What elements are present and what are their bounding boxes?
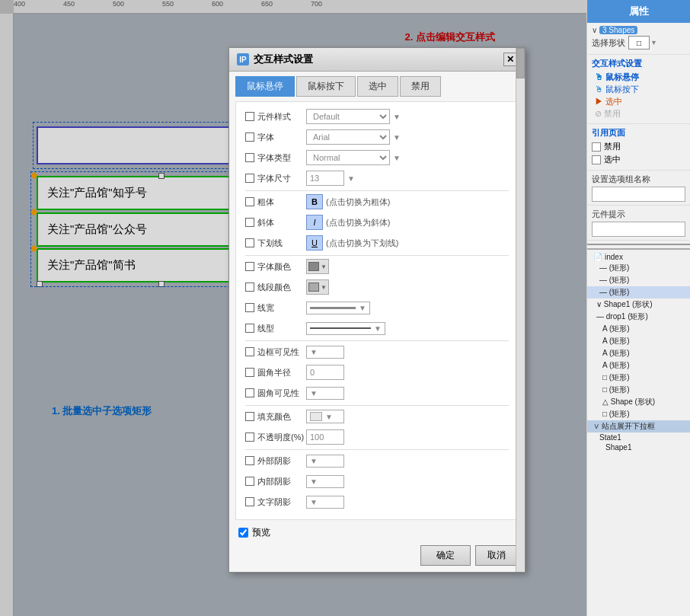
cancel-button[interactable]: 取消 — [475, 545, 517, 566]
tree-item-a-rect-4[interactable]: A (矩形) — [587, 359, 690, 372]
panel-divider — [587, 244, 690, 245]
fill-color-selector[interactable]: ▼ — [306, 410, 344, 423]
element-hint-input[interactable] — [592, 222, 685, 237]
italic-button[interactable]: I — [306, 215, 323, 230]
chk-font-type[interactable] — [245, 153, 254, 162]
preview-label: 预览 — [252, 526, 270, 539]
input-corner-radius[interactable] — [306, 365, 344, 380]
input-opacity[interactable] — [306, 429, 344, 445]
inner-shadow-selector[interactable]: ▼ — [306, 475, 344, 488]
chk-outer-shadow[interactable] — [245, 456, 254, 465]
chk-opacity[interactable] — [245, 432, 254, 442]
field-italic: 斜体 I (点击切换为斜体) — [245, 214, 509, 231]
preview-row: 预览 — [229, 525, 525, 541]
border-visible-selector[interactable]: ▼ — [306, 346, 344, 359]
underline-hint: (点击切换为下划线) — [326, 238, 398, 249]
chk-italic[interactable] — [245, 218, 254, 227]
quote-page-section: 引用页面 禁用 选中 — [587, 124, 690, 171]
input-font-size[interactable] — [306, 171, 344, 186]
line-color-button[interactable]: ▼ — [306, 279, 329, 295]
select-font[interactable]: Arial — [306, 129, 390, 145]
select-shape-label: 选择形状 — [592, 37, 625, 49]
tree-item-shape1[interactable]: ∨ Shape1 (形状) — [587, 298, 690, 311]
tab-mouse-click[interactable]: 鼠标按下 — [296, 76, 356, 97]
field-line-type: 线型 ▼ — [245, 320, 509, 337]
text-shadow-selector[interactable]: ▼ — [306, 496, 344, 509]
chk-font-color[interactable] — [245, 262, 254, 271]
divider-5 — [245, 449, 509, 450]
chk-line-width[interactable] — [245, 303, 254, 312]
tree-item-rect-3[interactable]: — (矩形) — [587, 286, 690, 298]
dialog-tabs: 鼠标悬停 鼠标按下 选中 禁用 — [229, 72, 525, 97]
chk-fill-color[interactable] — [245, 412, 254, 421]
tree-item-rect-1[interactable]: — (矩形) — [587, 262, 690, 274]
settings-group-input[interactable] — [592, 187, 685, 202]
line-type-selector[interactable]: ▼ — [306, 322, 385, 335]
tab-selected[interactable]: 选中 — [357, 76, 398, 97]
settings-group-label: 设置选项组名称 — [592, 174, 685, 185]
panel-link-selected[interactable]: ▶ 选中 — [592, 96, 685, 107]
field-component-style: 元件样式 Default ▼ — [245, 108, 509, 125]
tree-item-shape-form[interactable]: △ Shape (形状) — [587, 396, 690, 408]
select-component-style[interactable]: Default — [306, 109, 390, 124]
line-width-selector[interactable]: ▼ — [306, 302, 370, 314]
field-bold: 粗体 B (点击切换为粗体) — [245, 193, 509, 210]
chk-disabled-quote[interactable] — [592, 142, 601, 152]
chk-corner-radius[interactable] — [245, 368, 254, 377]
tree-panel: 📄 index — (矩形) — (矩形) — (矩形) ∨ Shape1 (形… — [587, 248, 690, 616]
font-color-button[interactable]: ▼ — [306, 259, 329, 274]
tree-item-a-rect-2[interactable]: A (矩形) — [587, 335, 690, 347]
tree-item-index[interactable]: 📄 index — [587, 252, 690, 262]
chk-font[interactable] — [245, 132, 254, 142]
chk-border-visible[interactable] — [245, 347, 254, 356]
tree-item-sq-rect-1[interactable]: □ (矩形) — [587, 372, 690, 384]
dialog-titlebar: IP 交互样式设置 ✕ — [229, 48, 525, 72]
bold-button[interactable]: B — [306, 194, 323, 209]
chk-line-color[interactable] — [245, 282, 254, 292]
outer-shadow-selector[interactable]: ▼ — [306, 455, 344, 468]
tree-item-rect-plain[interactable]: □ (矩形) — [587, 408, 690, 420]
chk-inner-shadow[interactable] — [245, 477, 254, 486]
chk-font-size[interactable] — [245, 174, 254, 183]
tree-item-a-rect-1[interactable]: A (矩形) — [587, 323, 690, 335]
tree-item-drop1[interactable]: — drop1 (矩形) — [587, 311, 690, 323]
chk-selected-quote[interactable] — [592, 155, 601, 164]
panel-link-mouse-click[interactable]: 🖱 鼠标按下 — [592, 84, 685, 95]
italic-hint: (点击切换为斜体) — [326, 217, 390, 228]
field-line-color: 线段颜色 ▼ — [245, 279, 509, 295]
chk-line-type[interactable] — [245, 324, 254, 333]
ok-button[interactable]: 确定 — [420, 545, 471, 566]
preview-checkbox[interactable] — [238, 528, 248, 538]
tree-item-shape-final[interactable]: Shape1 — [587, 442, 690, 452]
dialog-body: 元件样式 Default ▼ 字体 Arial ▼ — [235, 101, 519, 520]
field-fill-color: 填充颜色 ▼ — [245, 408, 509, 425]
chk-text-shadow[interactable] — [245, 497, 254, 506]
tree-item-state1[interactable]: State1 — [587, 432, 690, 442]
corner-visible-selector[interactable]: ▼ — [306, 387, 344, 400]
chk-corner-visible[interactable] — [245, 388, 254, 397]
tree-item-dropdown[interactable]: ∨ 站点展开下拉框 — [587, 420, 690, 432]
tab-disabled[interactable]: 禁用 — [400, 76, 441, 97]
field-font-color: 字体颜色 ▼ — [245, 258, 509, 275]
panel-link-disabled[interactable]: ⊘ 禁用 — [592, 108, 685, 120]
select-font-type[interactable]: Normal — [306, 150, 390, 165]
dialog-scrollbar[interactable] — [516, 101, 519, 520]
chk-underline[interactable] — [245, 238, 254, 247]
shapes-badge: 3 Shapes — [599, 26, 637, 34]
tree-item-a-rect-3[interactable]: A (矩形) — [587, 347, 690, 359]
underline-button[interactable]: U — [306, 235, 323, 251]
field-font: 字体 Arial ▼ — [245, 129, 509, 145]
dialog-title: 交互样式设置 — [254, 53, 313, 66]
field-font-type: 字体类型 Normal ▼ — [245, 149, 509, 166]
chk-bold[interactable] — [245, 197, 254, 206]
chk-component-style[interactable] — [245, 112, 254, 121]
tab-mouse-hover[interactable]: 鼠标悬停 — [235, 76, 295, 97]
shape-select-box[interactable]: □ — [628, 36, 650, 49]
panel-header: 属性 — [587, 0, 690, 23]
shapes-section: ∨ 3 Shapes 选择形状 □ ▼ — [587, 23, 690, 55]
shapes-chevron-icon: ∨ — [592, 26, 597, 34]
field-corner-radius: 圆角半径 — [245, 364, 509, 381]
tree-item-rect-2[interactable]: — (矩形) — [587, 274, 690, 286]
panel-link-mouse-hover[interactable]: 🖱 鼠标悬停 — [592, 72, 685, 83]
tree-item-sq-rect-2[interactable]: □ (矩形) — [587, 384, 690, 396]
